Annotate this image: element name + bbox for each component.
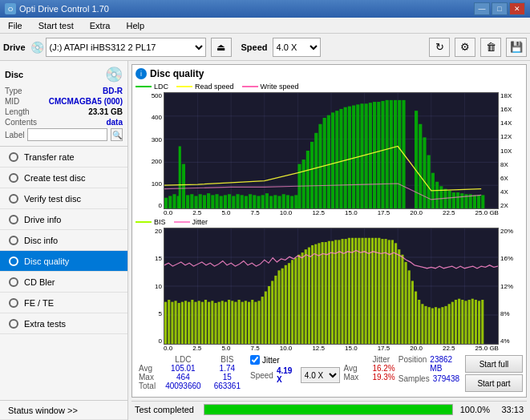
sidebar-item-fe-te[interactable]: FE / TE — [0, 293, 127, 313]
minimize-button[interactable]: — — [474, 2, 490, 15]
svg-rect-175 — [478, 301, 480, 344]
svg-rect-131 — [285, 265, 287, 344]
sidebar-item-disc-info[interactable]: Disc info — [0, 230, 127, 251]
disc-length-row: Length 23.31 GB — [5, 107, 123, 116]
drive-icon: 💿 — [30, 41, 44, 54]
svg-rect-72 — [481, 195, 484, 208]
disc-type-row: Type BD-R — [5, 87, 123, 95]
sidebar-item-verify-test-disc[interactable]: Verify test disc — [0, 188, 127, 209]
start-full-button[interactable]: Start full — [465, 355, 523, 373]
drive-label: Drive — [3, 42, 26, 52]
svg-rect-181 — [245, 301, 247, 344]
disc-mid-value: CMCMAGBA5 (000) — [49, 97, 123, 106]
svg-rect-144 — [328, 241, 330, 344]
svg-rect-163 — [438, 308, 440, 344]
nav-menu: Transfer rate Create test disc Verify te… — [0, 147, 127, 334]
svg-rect-20 — [182, 164, 185, 208]
svg-rect-189 — [358, 238, 360, 344]
svg-rect-43 — [352, 106, 355, 208]
disc-quality-icon — [8, 256, 19, 267]
jitter-header-row: Jitter — [343, 355, 394, 364]
jitter-checkbox[interactable] — [250, 355, 260, 365]
menu-start-test[interactable]: Start test — [34, 19, 79, 32]
svg-rect-40 — [339, 109, 342, 208]
svg-rect-120 — [214, 303, 216, 344]
sidebar-item-extra-tests[interactable]: Extra tests — [0, 313, 127, 334]
maximize-button[interactable]: □ — [492, 2, 508, 15]
svg-rect-85 — [273, 195, 277, 208]
row-max-label: Max — [136, 373, 159, 382]
speed-label: Speed — [241, 42, 268, 52]
status-window-button[interactable]: Status window >> — [0, 401, 127, 420]
svg-rect-193 — [371, 238, 374, 344]
svg-rect-197 — [385, 239, 387, 344]
legend-write-speed-color — [242, 86, 258, 87]
legend-ldc-color — [136, 86, 152, 87]
svg-rect-165 — [444, 306, 447, 344]
sidebar-item-create-test-disc[interactable]: Create test disc — [0, 168, 127, 188]
legend-write-speed-label: Write speed — [261, 83, 299, 91]
svg-rect-76 — [236, 194, 239, 208]
drive-select[interactable]: (J:) ATAPI iHBS312 2 PL17 — [46, 38, 206, 57]
chart1-x-axis: 0.0 2.5 5.0 7.5 10.0 12.5 15.0 17.5 20.0… — [136, 209, 523, 216]
svg-rect-167 — [451, 302, 454, 344]
speed-select-sm[interactable]: 4.0 X — [301, 367, 341, 383]
svg-rect-119 — [211, 301, 213, 344]
legend-ldc-label: LDC — [154, 83, 168, 91]
settings-button[interactable]: ⚙ — [455, 38, 475, 57]
save-button[interactable]: 💾 — [506, 38, 527, 57]
svg-rect-148 — [341, 239, 343, 344]
svg-rect-143 — [325, 242, 327, 344]
chart1-svg-container — [164, 92, 499, 209]
svg-rect-61 — [435, 182, 439, 208]
progress-bar-fill — [204, 405, 452, 414]
svg-rect-152 — [401, 255, 403, 344]
svg-rect-146 — [334, 240, 337, 344]
svg-rect-164 — [441, 307, 443, 344]
svg-rect-169 — [458, 299, 460, 344]
disc-type-value: BD-R — [103, 87, 123, 95]
svg-rect-117 — [204, 300, 207, 344]
cd-bler-icon — [8, 277, 19, 288]
menu-file[interactable]: File — [3, 19, 27, 32]
eject-button[interactable]: ⏏ — [211, 38, 232, 57]
sidebar-item-transfer-rate[interactable]: Transfer rate — [0, 147, 127, 168]
chart2-x-axis: 0.0 2.5 5.0 7.5 10.0 12.5 15.0 17.5 20.0… — [136, 345, 523, 352]
chart1-svg — [164, 93, 498, 208]
svg-rect-107 — [171, 302, 173, 344]
svg-rect-184 — [254, 302, 257, 344]
disc-length-label: Length — [5, 107, 30, 116]
svg-rect-180 — [241, 302, 244, 344]
erase-button[interactable]: 🗑 — [480, 38, 501, 57]
extra-tests-icon — [8, 318, 19, 329]
sidebar-item-disc-quality[interactable]: Disc quality — [0, 251, 127, 272]
svg-rect-64 — [448, 191, 451, 208]
close-button[interactable]: ✕ — [509, 2, 525, 15]
svg-rect-187 — [351, 238, 354, 344]
col-header-bis: BIS — [208, 355, 247, 364]
sidebar-item-drive-info[interactable]: Drive info — [0, 209, 127, 230]
menu-extra[interactable]: Extra — [85, 19, 115, 32]
svg-rect-141 — [318, 243, 320, 344]
content-area: i Disc quality LDC Read speed — [128, 61, 530, 420]
label-icon-button[interactable]: 🔍 — [111, 128, 123, 141]
svg-rect-36 — [323, 118, 326, 208]
speed-select[interactable]: 4.0 X — [273, 38, 321, 57]
title-bar: O Opti Drive Control 1.70 — □ ✕ — [0, 0, 530, 18]
menu-bar: File Start test Extra Help — [0, 18, 530, 34]
start-part-button[interactable]: Start part — [465, 374, 523, 392]
disc-quality-panel-icon: i — [136, 68, 147, 79]
svg-rect-17 — [172, 194, 176, 208]
disc-label-input[interactable] — [27, 128, 107, 141]
svg-rect-25 — [203, 195, 206, 208]
chart1-legend: LDC Read speed Write speed — [136, 83, 523, 91]
refresh-button[interactable]: ↻ — [429, 38, 450, 57]
svg-rect-71 — [477, 195, 480, 208]
svg-rect-81 — [257, 196, 260, 208]
svg-rect-150 — [348, 238, 350, 344]
menu-help[interactable]: Help — [121, 19, 149, 32]
sidebar-item-cd-bler[interactable]: CD Bler — [0, 272, 127, 293]
svg-rect-22 — [190, 194, 193, 208]
fe-te-icon — [8, 297, 19, 309]
svg-rect-174 — [475, 300, 477, 344]
